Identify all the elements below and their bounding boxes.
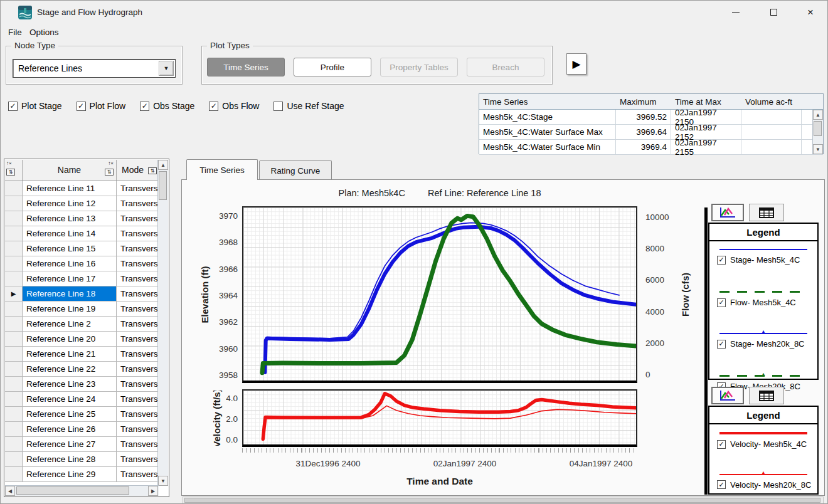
sort-icon[interactable]: ↑× xyxy=(108,161,114,166)
legend-checkbox[interactable]: ✓ xyxy=(717,298,726,307)
legend-splitter[interactable] xyxy=(704,207,708,495)
scroll-down-button[interactable]: ▼ xyxy=(813,144,823,154)
col-volume[interactable]: Volume ac-ft xyxy=(741,97,802,107)
scroll-up-button[interactable]: ▲ xyxy=(813,110,823,120)
row-mode-cell[interactable]: Transverse xyxy=(117,211,159,226)
scroll-down-button[interactable]: ▼ xyxy=(158,476,168,486)
row-name-cell[interactable]: Reference Line 13 xyxy=(23,211,117,226)
row-name-cell[interactable]: Reference Line 27 xyxy=(23,437,117,452)
node-type-dropdown[interactable]: Reference Lines ▼ xyxy=(13,59,176,78)
row-name-cell[interactable]: Reference Line 29 xyxy=(23,467,117,482)
row-mode-cell[interactable]: Transverse xyxy=(117,347,159,362)
checkbox-plot-flow[interactable]: ✓Plot Flow xyxy=(77,101,126,111)
row-mode-cell[interactable]: Transverse xyxy=(117,271,159,286)
col-time-at-max[interactable]: Time at Max xyxy=(671,97,741,107)
tab-rating-curve[interactable]: Rating Curve xyxy=(259,160,332,180)
checkbox-plot-stage[interactable]: ✓Plot Stage xyxy=(8,101,62,111)
checkbox-obs-flow[interactable]: ✓Obs Flow xyxy=(209,101,259,111)
col-maximum[interactable]: Maximum xyxy=(616,97,671,107)
stage-flow-chart[interactable] xyxy=(242,206,637,383)
summary-row[interactable]: Mesh5k_4C:Stage3969.5202Jan1997 2150 xyxy=(479,110,823,125)
legend-chart-view-button[interactable] xyxy=(711,204,744,221)
row-name-cell[interactable]: Reference Line 14 xyxy=(23,226,117,241)
row-mode-cell[interactable]: Transverse xyxy=(117,256,159,271)
checkbox-use-ref-stage[interactable]: Use Ref Stage xyxy=(273,101,344,111)
scrollbar-thumb[interactable] xyxy=(16,486,129,495)
row-mode-cell[interactable]: Transverse xyxy=(117,437,159,452)
row-name-cell[interactable]: Reference Line 2 xyxy=(23,317,117,332)
row-name-cell[interactable]: Reference Line 19 xyxy=(23,302,117,317)
checkbox-box[interactable] xyxy=(273,102,283,111)
col-time-series[interactable]: Time Series xyxy=(479,97,616,107)
dropdown-arrow-button[interactable]: ▼ xyxy=(159,61,174,76)
row-mode-cell[interactable]: Transverse xyxy=(117,452,159,467)
row-mode-cell[interactable]: Transverse xyxy=(117,377,159,392)
column-widget-icon[interactable]: ⇅ xyxy=(105,169,114,176)
minimize-button[interactable] xyxy=(721,1,750,24)
row-name-cell[interactable]: Reference Line 16 xyxy=(23,256,117,271)
row-mode-cell[interactable]: Transverse xyxy=(117,286,159,302)
summary-scrollbar[interactable]: ▲ ▼ xyxy=(812,110,823,154)
maximize-button[interactable] xyxy=(759,1,788,24)
checkbox-obs-stage[interactable]: ✓Obs Stage xyxy=(140,101,194,111)
menu-file[interactable]: File xyxy=(4,26,26,38)
legend-table-view-button[interactable] xyxy=(749,204,784,221)
column-widget-icon[interactable]: ⇅ xyxy=(6,169,15,176)
row-name-cell[interactable]: Reference Line 21 xyxy=(23,347,117,362)
plot-type-button-profile[interactable]: Profile xyxy=(294,58,371,76)
summary-row[interactable]: Mesh5k_4C:Water Surface Max3969.6402Jan1… xyxy=(479,125,823,140)
ref-table-hscrollbar[interactable]: ◀ ▶ xyxy=(5,485,159,496)
plot-type-button-time-series[interactable]: Time Series xyxy=(207,58,285,76)
row-name-cell[interactable]: Reference Line 26 xyxy=(23,422,117,437)
legend-checkbox[interactable]: ✓ xyxy=(717,340,726,349)
row-mode-cell[interactable]: Transverse xyxy=(117,362,159,377)
row-mode-cell[interactable]: Transverse xyxy=(117,422,159,437)
checkbox-box[interactable]: ✓ xyxy=(209,102,218,111)
scroll-up-button[interactable]: ▲ xyxy=(158,160,168,170)
row-name-cell[interactable]: Reference Line 17 xyxy=(23,271,117,286)
row-mode-cell[interactable]: Transverse xyxy=(117,196,159,211)
row-mode-cell[interactable]: Transverse xyxy=(117,226,159,241)
row-name-cell[interactable]: Reference Line 12 xyxy=(23,196,117,211)
checkbox-box[interactable]: ✓ xyxy=(77,102,86,111)
legend-checkbox[interactable]: ✓ xyxy=(717,480,726,489)
row-mode-cell[interactable]: Transverse xyxy=(117,407,159,422)
sort-icon[interactable]: ↑× xyxy=(6,161,12,166)
mode-column-header[interactable]: Mode ⇅ xyxy=(117,160,159,181)
legend-checkbox[interactable]: ✓ xyxy=(717,256,726,265)
row-name-cell[interactable]: Reference Line 11 xyxy=(23,181,117,196)
scroll-right-button[interactable]: ▶ xyxy=(148,486,158,496)
row-name-cell[interactable]: Reference Line 22 xyxy=(23,362,117,377)
row-name-cell[interactable]: Reference Line 25 xyxy=(23,407,117,422)
tab-time-series[interactable]: Time Series xyxy=(186,159,258,180)
row-name-cell[interactable]: Reference Line 24 xyxy=(23,392,117,407)
scroll-left-button[interactable]: ◀ xyxy=(5,486,15,496)
close-button[interactable]: × xyxy=(796,1,825,24)
row-name-cell[interactable]: Reference Line 28 xyxy=(23,452,117,467)
velocity-legend-chart-view-button[interactable] xyxy=(711,387,744,404)
checkbox-box[interactable]: ✓ xyxy=(140,102,149,111)
row-mode-cell[interactable]: Transverse xyxy=(117,392,159,407)
velocity-chart[interactable] xyxy=(242,389,637,447)
row-mode-cell[interactable]: Transverse xyxy=(117,332,159,347)
row-mode-cell[interactable]: Transverse xyxy=(117,181,159,196)
scrollbar-thumb[interactable] xyxy=(159,171,167,200)
row-mode-cell[interactable]: Transverse xyxy=(117,241,159,256)
checkbox-box[interactable]: ✓ xyxy=(8,102,18,111)
scrollbar-thumb[interactable] xyxy=(184,498,820,503)
menu-options[interactable]: Options xyxy=(26,26,63,38)
name-column-header[interactable]: Name ↑× ⇅ xyxy=(23,160,117,181)
row-name-cell[interactable]: Reference Line 20 xyxy=(23,332,117,347)
column-widget-icon[interactable]: ⇅ xyxy=(148,167,157,174)
scrollbar-thumb[interactable] xyxy=(814,121,822,136)
ref-table-vscrollbar[interactable]: ▲ ▼ xyxy=(157,160,168,486)
row-name-cell[interactable]: Reference Line 23 xyxy=(23,377,117,392)
animate-play-button[interactable]: ▶ xyxy=(566,53,586,75)
summary-row[interactable]: Mesh5k_4C:Water Surface Min3969.402Jan19… xyxy=(479,140,823,155)
row-mode-cell[interactable]: Transverse xyxy=(117,467,159,482)
marker-column-header[interactable]: ↑× ⇅ xyxy=(5,160,23,181)
row-name-cell[interactable]: Reference Line 18 xyxy=(23,286,117,302)
row-mode-cell[interactable]: Transverse xyxy=(117,302,159,317)
velocity-legend-table-view-button[interactable] xyxy=(749,387,784,404)
row-name-cell[interactable]: Reference Line 15 xyxy=(23,241,117,256)
